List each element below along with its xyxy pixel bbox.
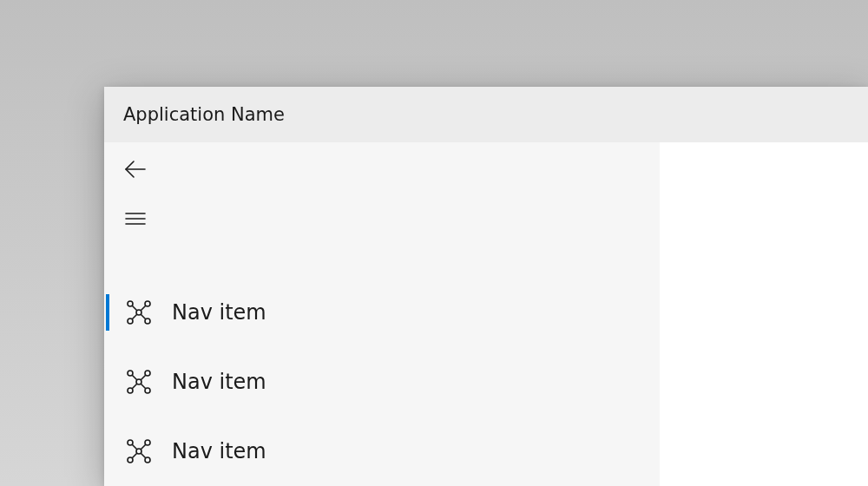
svg-line-20 (132, 384, 137, 389)
nav-list: Nav item Nav item (104, 278, 660, 486)
svg-line-21 (141, 384, 146, 389)
svg-line-18 (132, 375, 137, 380)
svg-line-27 (132, 444, 137, 450)
content-area (660, 142, 868, 486)
app-window: Application Name (104, 87, 868, 486)
titlebar: Application Name (104, 87, 868, 142)
window-title: Application Name (123, 104, 285, 125)
svg-line-28 (141, 444, 146, 450)
nav-item-label: Nav item (172, 300, 266, 325)
svg-line-30 (141, 453, 146, 458)
svg-line-11 (132, 314, 137, 319)
nav-item-label: Nav item (172, 439, 266, 463)
selection-indicator (106, 294, 109, 331)
nav-item-1[interactable]: Nav item (104, 347, 660, 417)
svg-line-29 (132, 453, 137, 458)
back-button[interactable] (108, 149, 163, 188)
nav-item-label: Nav item (172, 370, 266, 394)
nav-item-icon (125, 437, 153, 465)
nav-panel: Nav item Nav item (104, 142, 660, 486)
nav-item-icon (125, 368, 153, 396)
svg-line-19 (141, 375, 146, 380)
svg-line-12 (141, 314, 146, 319)
window-body: Nav item Nav item (104, 142, 868, 486)
hamburger-icon (123, 207, 148, 231)
nav-item-0[interactable]: Nav item (104, 278, 660, 347)
svg-line-10 (141, 305, 146, 311)
arrow-left-icon (123, 157, 148, 181)
nav-item-icon (125, 299, 153, 326)
hamburger-button[interactable] (108, 199, 163, 238)
svg-line-9 (132, 305, 137, 311)
nav-item-2[interactable]: Nav item (104, 417, 660, 486)
